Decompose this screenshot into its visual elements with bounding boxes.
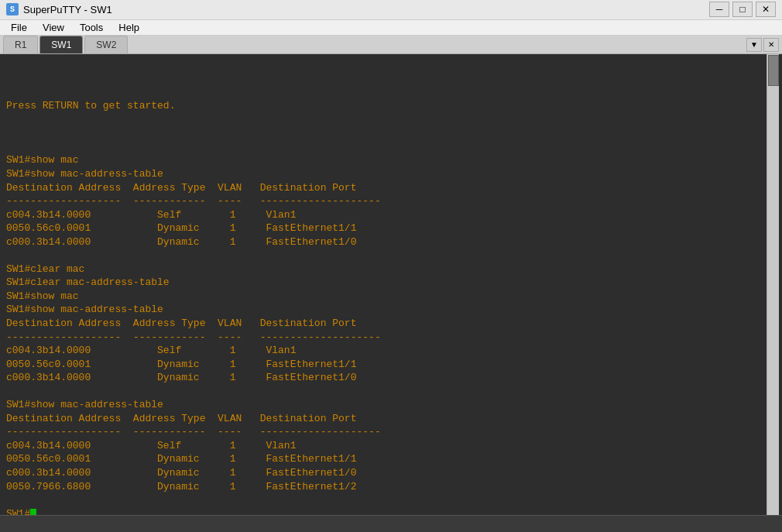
- scrollbar-thumb[interactable]: [768, 55, 779, 86]
- close-button[interactable]: ✕: [756, 2, 776, 17]
- terminal-cursor: [30, 509, 36, 515]
- menu-help[interactable]: Help: [111, 20, 147, 35]
- tab-dropdown-button[interactable]: ▼: [746, 38, 762, 52]
- menu-view[interactable]: View: [35, 20, 72, 35]
- menu-file[interactable]: File: [3, 20, 35, 35]
- menu-bar: File View Tools Help: [0, 20, 782, 36]
- terminal-content: Press RETURN to get started. SW1#show ma…: [6, 59, 760, 515]
- window-title: SuperPuTTY - SW1: [23, 4, 112, 15]
- tab-sw2[interactable]: SW2: [84, 36, 128, 53]
- tab-close-button[interactable]: ✕: [763, 38, 779, 52]
- title-bar: S SuperPuTTY - SW1 ─ □ ✕: [0, 0, 782, 20]
- tab-sw1[interactable]: SW1: [39, 36, 83, 53]
- tab-r1[interactable]: R1: [3, 36, 38, 53]
- terminal-area: Press RETURN to get started. SW1#show ma…: [0, 54, 782, 515]
- menu-tools[interactable]: Tools: [72, 20, 111, 35]
- app-window: S SuperPuTTY - SW1 ─ □ ✕ File View Tools…: [0, 0, 782, 532]
- terminal-output[interactable]: Press RETURN to get started. SW1#show ma…: [0, 54, 767, 515]
- restore-button[interactable]: □: [732, 2, 753, 17]
- tab-bar-right: ▼ ✕: [746, 38, 782, 53]
- tab-bar: R1 SW1 SW2 ▼ ✕: [0, 36, 782, 54]
- title-bar-left: S SuperPuTTY - SW1: [6, 3, 112, 15]
- minimize-button[interactable]: ─: [709, 2, 729, 17]
- status-bar: [0, 515, 782, 532]
- app-icon: S: [6, 3, 19, 15]
- scrollbar[interactable]: [767, 54, 779, 515]
- window-controls: ─ □ ✕: [709, 2, 776, 17]
